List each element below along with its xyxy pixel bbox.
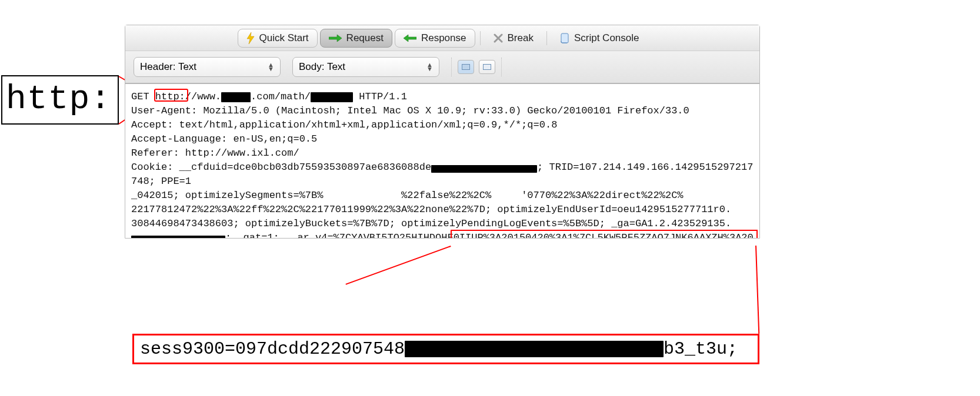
callout-http-label: http: — [6, 80, 111, 118]
redacted-cookie — [131, 236, 225, 238]
tab-label: Break — [508, 32, 534, 44]
header-value: en-US,en;q=0.5 — [227, 133, 317, 145]
tab-label: Request — [346, 32, 384, 44]
redacted-cookie — [431, 165, 537, 173]
stepper-arrows-icon: ▲▼ — [268, 63, 274, 71]
redacted-domain — [221, 92, 251, 102]
header-name: Cookie: — [131, 162, 173, 173]
url-text: //www. — [185, 91, 221, 102]
cookie-text: 30844698473438603; optimizelyBuckets=%7B… — [131, 218, 731, 229]
tab-bar: Quick Start Request Response Break — [125, 25, 759, 51]
header-value: text/html,application/xhtml+xml,applicat… — [173, 119, 557, 130]
request-raw-text[interactable]: GET http://www..com/math/ HTTP/1.1 User-… — [125, 84, 759, 238]
tab-request[interactable]: Request — [320, 29, 392, 48]
view-mode-single-button[interactable] — [458, 60, 474, 74]
http-version: HTTP/1.1 — [353, 91, 407, 102]
tab-script-console[interactable]: Script Console — [552, 29, 648, 48]
format-toolbar: Header: Text ▲▼ Body: Text ▲▼ — [125, 51, 759, 84]
cookie-text: %22false%22%2C% — [401, 190, 491, 201]
url-text: .com/math/ — [251, 91, 311, 102]
view-mode-split-button[interactable] — [479, 60, 495, 74]
header-name: Accept: — [131, 119, 173, 130]
svg-rect-0 — [561, 33, 568, 43]
callout-line — [345, 246, 451, 285]
arrow-left-icon — [404, 34, 416, 42]
header-value: Mozilla/5.0 (Macintosh; Intel Mac OS X 1… — [197, 105, 689, 116]
body-format-select[interactable]: Body: Text ▲▼ — [292, 57, 439, 77]
arrow-right-icon — [329, 34, 342, 42]
tab-separator — [480, 31, 481, 45]
cookie-text: '0770%22%3A%22direct%22%2C% — [521, 190, 683, 201]
lightning-icon — [246, 32, 255, 44]
cookie-text: _042015; optimizelySegments=%7B% — [131, 190, 323, 201]
proxy-window: Quick Start Request Response Break — [125, 25, 760, 239]
cookie-text: 22177812472%22%3A%22ff%22%2C%22177011999… — [131, 204, 731, 215]
callout-line — [755, 246, 759, 334]
redacted-sess-big — [405, 341, 664, 357]
http-method: GET — [131, 91, 149, 102]
header-name: User-Agent: — [131, 105, 197, 116]
header-format-select[interactable]: Header: Text ▲▼ — [134, 57, 281, 77]
stepper-arrows-icon: ▲▼ — [426, 63, 433, 71]
header-name: Referer: — [131, 147, 179, 159]
tab-label: Script Console — [574, 32, 639, 44]
header-name: Accept-Language: — [131, 133, 227, 145]
callout-sess-prefix: sess9300=097dcdd222907548 — [140, 339, 405, 359]
tab-label: Quick Start — [259, 32, 309, 44]
tab-response[interactable]: Response — [395, 29, 475, 48]
callout-sess-frame: sess9300=097dcdd222907548b3_t3u; — [132, 334, 759, 364]
callout-sess-suffix: b3_t3u; — [664, 339, 738, 359]
tab-label: Response — [421, 32, 466, 44]
redacted-path — [311, 92, 353, 102]
tab-quick-start[interactable]: Quick Start — [238, 29, 318, 48]
select-label: Header: Text — [140, 61, 196, 73]
script-icon — [560, 33, 569, 43]
tab-break[interactable]: Break — [485, 29, 542, 48]
view-mode-group — [451, 58, 502, 76]
tab-separator — [546, 31, 547, 45]
header-value: http://www.ixl.com/ — [179, 147, 299, 159]
url-scheme: http: — [155, 91, 185, 102]
x-icon — [494, 33, 503, 43]
cookie-text: __cfduid=dce0bcb03db75593530897ae6836088… — [173, 162, 431, 173]
select-label: Body: Text — [299, 61, 345, 73]
